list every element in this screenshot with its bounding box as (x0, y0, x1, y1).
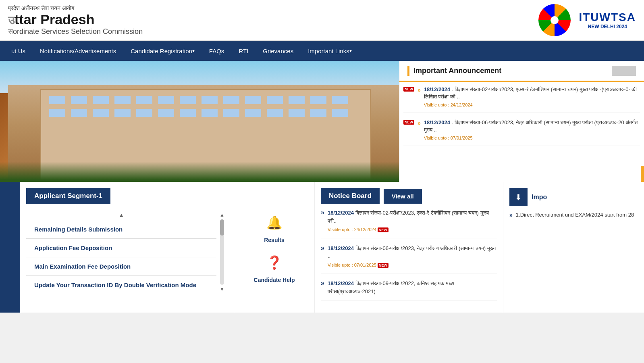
notice-visible-2: Visible upto : 07/01/2025 NEW (328, 262, 497, 269)
right-arrow-1: » (509, 211, 513, 219)
header-tagline: सordinate Services Selection Commission (8, 27, 143, 36)
remaining-details-item[interactable]: Remaining Details Submission (26, 220, 216, 239)
download-icon: ⬇ (509, 188, 528, 206)
question-mark-icon: ❓ (266, 255, 283, 270)
notice-item-2[interactable]: » 18/12/2024 विज्ञापन संख्या-06-परीक्षा/… (321, 244, 497, 274)
itu-logo-text: ITUWTSA (579, 11, 636, 24)
ann-date-2: 18/12/2024 (424, 119, 450, 125)
new-badge-2: NEW (403, 120, 414, 125)
ann-date-1: 18/12/2024 (424, 86, 450, 92)
nav-grievances[interactable]: Grievances (256, 41, 301, 61)
notice-visible-1: Visible upto : 24/12/2024 NEW (328, 226, 497, 233)
notice-date-2: 18/12/2024 (328, 245, 354, 251)
help-icon-circle: ❓ (263, 251, 285, 273)
bell-icon: 🔔 (266, 215, 283, 230)
announcement-item-2[interactable]: NEW » 18/12/2024 . विज्ञापन संख्या-06-पर… (403, 119, 640, 146)
nav-registration[interactable]: Candidate Registration ▾ (123, 41, 202, 61)
scroll-track[interactable] (220, 219, 224, 285)
new-badge-1: NEW (403, 87, 414, 92)
icon-section: 🔔 Results ❓ Candidate Help (234, 182, 314, 313)
notice-items-list: » 18/12/2024 विज्ञापन संख्या-02-परीक्षा/… (321, 209, 497, 300)
scroll-up-icon[interactable]: ▲ (220, 212, 224, 218)
header-subtitle: प्रदेश अधीनस्थ सेवा चयन आयोग (8, 5, 143, 12)
notice-arrow-1: » (321, 209, 324, 216)
nav-about[interactable]: ut Us (4, 41, 33, 61)
ann-text-2: . विज्ञापन संख्या-06-परीक्षा/2023, नेत्र… (424, 119, 638, 133)
itu-logo: ITUWTSA NEW DELHI 2024 (579, 11, 636, 29)
results-label: Results (264, 237, 285, 243)
list-scrollbar[interactable]: ▲ ▼ (216, 210, 228, 294)
visible-upto-1: Visible upto : 24/12/2024 (424, 102, 640, 108)
announcement-header: Important Announcement (399, 61, 644, 82)
notice-header: Notice Board View all (321, 188, 497, 204)
announcement-items-list: NEW » 18/12/2024 . विज्ञापन संख्या-02-पर… (399, 82, 644, 182)
right-announce-text-1: 1.Direct Recruitment und EXAM/2024 start… (516, 211, 634, 219)
header-title: उttar Pradesh (8, 12, 143, 27)
notice-content-2: 18/12/2024 विज्ञापन संख्या-06-परीक्षा/20… (328, 244, 497, 269)
right-announce-title: Impo (532, 194, 547, 201)
notice-item-3[interactable]: » 18/12/2024 विज्ञापन संख्या-09-परीक्षा/… (321, 280, 497, 300)
right-announce-section: ⬇ Impo » 1.Direct Recruitment und EXAM/2… (503, 182, 644, 313)
results-icon-circle: 🔔 (263, 211, 285, 234)
right-announce-header: ⬇ Impo (509, 188, 638, 206)
candidate-help-icon-item[interactable]: ❓ Candidate Help (254, 251, 295, 283)
nav-important-links[interactable]: Important Links ▾ (301, 41, 359, 61)
nav-rti[interactable]: RTI (231, 41, 256, 61)
emblem-logo (538, 4, 571, 36)
notice-board-title: Notice Board (321, 188, 380, 204)
announcement-bar (407, 66, 409, 76)
notice-date-3: 18/12/2024 (328, 280, 354, 286)
applicant-section: Applicant Segment-1 ▲ Remaining Details … (20, 182, 234, 313)
notice-content-3: 18/12/2024 विज्ञापन संख्या-09-परीक्षा/20… (328, 280, 497, 295)
notice-arrow-2: » (321, 244, 324, 252)
arrow-icon-2: » (418, 120, 421, 126)
emblem-center (551, 16, 559, 24)
hero-section: Important Announcement NEW » 18/12/2024 … (0, 61, 644, 182)
results-icon-item[interactable]: 🔔 Results (263, 211, 285, 243)
arrow-icon-1: » (418, 87, 421, 93)
page-header: प्रदेश अधीनस्थ सेवा चयन आयोग उttar Prade… (0, 0, 644, 41)
announcement-panel: Important Announcement NEW » 18/12/2024 … (399, 61, 644, 182)
main-content: Applicant Segment-1 ▲ Remaining Details … (0, 182, 644, 313)
application-fee-item[interactable]: Application Fee Deposition (26, 239, 216, 257)
announcement-title: Important Announcement (413, 67, 501, 75)
nav-faqs[interactable]: FAQs (202, 41, 232, 61)
applicant-list-container: ▲ Remaining Details Submission Applicati… (26, 210, 228, 294)
visible-upto-2: Visible upto : 07/01/2025 (424, 135, 640, 141)
scroll-up-arrow[interactable]: ▲ (26, 210, 216, 220)
header-right: ITUWTSA NEW DELHI 2024 (538, 4, 636, 36)
notice-section: Notice Board View all » 18/12/2024 विज्ञ… (314, 182, 503, 313)
header-left: प्रदेश अधीनस्थ सेवा चयन आयोग उttar Prade… (8, 5, 143, 36)
download-arrow-icon: ⬇ (515, 192, 522, 202)
applicant-segment-title: Applicant Segment-1 (26, 188, 110, 204)
announcement-scroll-indicator (612, 66, 636, 76)
main-exam-fee-item[interactable]: Main Examination Fee Deposition (26, 257, 216, 276)
applicant-list: ▲ Remaining Details Submission Applicati… (26, 210, 216, 294)
view-all-button[interactable]: View all (384, 189, 422, 204)
update-transaction-item[interactable]: Update Your Transaction ID By Double Ver… (26, 276, 216, 294)
yellow-scroll-edge (641, 166, 644, 182)
up-chevron-icon: ▲ (118, 212, 124, 218)
new-badge-notice-2: NEW (378, 263, 388, 268)
notice-content-1: 18/12/2024 विज्ञापन संख्या-02-परीक्षा/20… (328, 209, 497, 233)
nav-notifications[interactable]: Notifications/Advertisements (33, 41, 123, 61)
announcement-item-1[interactable]: NEW » 18/12/2024 . विज्ञापन संख्या-02-पर… (403, 86, 640, 113)
notice-item-1[interactable]: » 18/12/2024 विज्ञापन संख्या-02-परीक्षा/… (321, 209, 497, 238)
ann-content-1: 18/12/2024 . विज्ञापन संख्या-02-परीक्षा/… (424, 86, 640, 108)
new-badge-notice-1: NEW (378, 227, 388, 232)
itu-logo-sub: NEW DELHI 2024 (588, 24, 627, 29)
notice-arrow-3: » (321, 280, 324, 287)
hero-building-image (0, 61, 399, 182)
ann-text-1: . विज्ञापन संख्या-02-परीक्षा/2023, एक्स-… (424, 86, 637, 100)
scroll-down-icon[interactable]: ▼ (220, 286, 224, 292)
left-blue-strip (0, 182, 20, 313)
main-nav: ut Us Notifications/Advertisements Candi… (0, 41, 644, 61)
right-announce-item-1[interactable]: » 1.Direct Recruitment und EXAM/2024 sta… (509, 211, 638, 219)
scroll-thumb[interactable] (220, 219, 224, 236)
chevron-down-icon-2: ▾ (349, 48, 352, 54)
candidate-help-label: Candidate Help (254, 277, 295, 283)
ann-content-2: 18/12/2024 . विज्ञापन संख्या-06-परीक्षा/… (424, 119, 640, 142)
notice-date-1: 18/12/2024 (328, 210, 354, 216)
chevron-down-icon: ▾ (192, 48, 195, 54)
